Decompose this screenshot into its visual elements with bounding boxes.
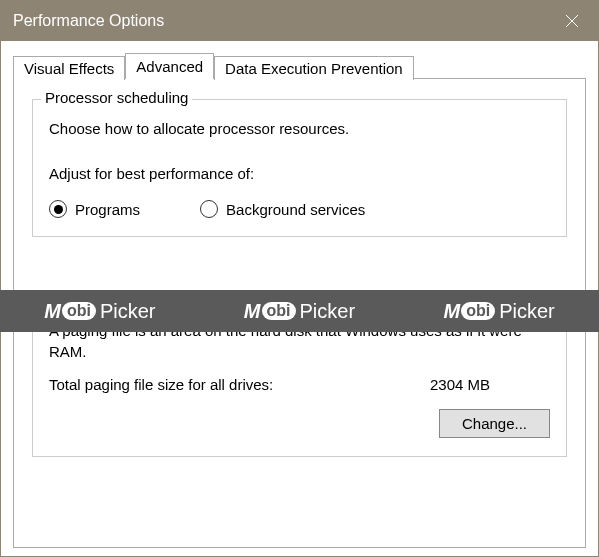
performance-options-window: Performance Options Visual Effects Advan… [0, 0, 599, 557]
processor-scheduling-legend: Processor scheduling [41, 89, 192, 106]
radio-icon [200, 200, 218, 218]
titlebar: Performance Options [1, 1, 598, 41]
tab-strip: Visual Effects Advanced Data Execution P… [13, 53, 586, 79]
virtual-memory-legend: Virtual memory [41, 289, 150, 306]
window-title: Performance Options [13, 12, 164, 30]
tab-advanced[interactable]: Advanced [125, 53, 214, 79]
tab-visual-effects[interactable]: Visual Effects [13, 56, 125, 80]
close-button[interactable] [546, 1, 598, 41]
radio-background-label: Background services [226, 201, 365, 218]
radio-background-services[interactable]: Background services [200, 200, 365, 218]
processor-scheduling-group: Processor scheduling Choose how to alloc… [32, 99, 567, 237]
client-area: Visual Effects Advanced Data Execution P… [1, 41, 598, 556]
radio-group-performance: Programs Background services [49, 200, 550, 218]
radio-icon [49, 200, 67, 218]
tab-dep[interactable]: Data Execution Prevention [214, 56, 414, 80]
virtual-memory-description: A paging file is an area on the hard dis… [49, 320, 550, 362]
paging-total-label: Total paging file size for all drives: [49, 376, 273, 393]
radio-programs-label: Programs [75, 201, 140, 218]
tab-panel-advanced: Processor scheduling Choose how to alloc… [13, 78, 586, 548]
virtual-memory-group: Virtual memory A paging file is an area … [32, 299, 567, 457]
close-icon [565, 14, 579, 28]
radio-programs[interactable]: Programs [49, 200, 140, 218]
paging-total-value: 2304 MB [430, 376, 550, 393]
paging-file-size-row: Total paging file size for all drives: 2… [49, 376, 550, 393]
adjust-label: Adjust for best performance of: [49, 165, 550, 182]
processor-scheduling-description: Choose how to allocate processor resourc… [49, 120, 550, 137]
change-button[interactable]: Change... [439, 409, 550, 438]
